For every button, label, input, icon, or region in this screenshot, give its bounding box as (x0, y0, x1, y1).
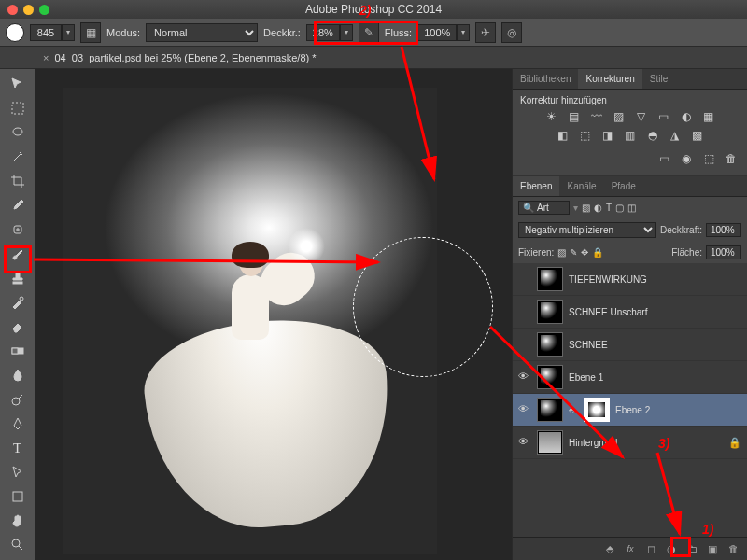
layer-row[interactable]: TIEFENWIRKUNG (513, 263, 747, 296)
fill-field[interactable]: 100% (706, 245, 741, 259)
layer-name[interactable]: SCHNEE Unscharf (569, 307, 647, 317)
lock-position-icon[interactable]: ✥ (581, 247, 588, 258)
fx-icon[interactable]: fx (622, 541, 639, 556)
dodge-tool[interactable] (6, 388, 30, 411)
blend-mode-layer-select[interactable]: Negativ multiplizieren (518, 222, 656, 238)
adj-trash-icon[interactable]: 🗑 (723, 151, 740, 166)
layer-filter[interactable]: 🔍 (518, 201, 570, 215)
visibility-icon[interactable]: 👁 (518, 436, 531, 449)
adj-footer-3[interactable]: ⬚ (700, 151, 717, 166)
delete-layer-icon[interactable]: 🗑 (725, 541, 741, 556)
pen-tool[interactable] (6, 413, 30, 435)
pressure-opacity-icon[interactable]: ✎ (359, 22, 379, 43)
adj-vibrance-icon[interactable]: ▽ (633, 109, 650, 124)
layer-thumb[interactable] (537, 300, 563, 324)
adj-brightness-icon[interactable]: ☀ (543, 109, 560, 124)
path-select-tool[interactable] (6, 461, 30, 483)
filter-type-icon[interactable]: T (606, 203, 612, 213)
layer-thumb[interactable] (537, 267, 563, 291)
close-tab-icon[interactable]: × (43, 52, 49, 63)
layer-thumb[interactable] (537, 365, 563, 389)
flow-dropdown[interactable] (457, 24, 470, 41)
brush-preview[interactable] (6, 23, 24, 42)
airbrush-icon[interactable]: ✈ (475, 22, 496, 43)
hand-tool[interactable] (6, 510, 30, 532)
adj-threshold-icon[interactable]: ◓ (644, 128, 661, 143)
tab-channels[interactable]: Kanäle (559, 176, 603, 196)
mask-thumb[interactable] (584, 398, 610, 422)
layer-opacity-field[interactable]: 100% (706, 223, 741, 237)
visibility-icon[interactable] (518, 305, 531, 318)
lock-paint-icon[interactable]: ✎ (570, 247, 577, 258)
adj-hue-icon[interactable]: ▭ (655, 109, 672, 124)
tab-paths[interactable]: Pfade (604, 176, 643, 196)
tab-adjustments[interactable]: Korrekturen (578, 69, 641, 89)
brush-size-field[interactable]: 845 (30, 24, 62, 41)
adj-lookup-icon[interactable]: ⬚ (577, 128, 594, 143)
layer-row[interactable]: 👁Hintergrund🔒 (513, 427, 747, 459)
layer-thumb[interactable] (537, 398, 563, 422)
new-layer-icon[interactable]: ▣ (704, 541, 721, 556)
adj-exposure-icon[interactable]: ▨ (611, 109, 627, 124)
mask-link-icon[interactable]: ⬘ (569, 405, 578, 414)
adj-photo-filter-icon[interactable]: ▦ (700, 109, 717, 124)
adj-selective-icon[interactable]: ▩ (689, 128, 706, 143)
flow-field[interactable]: 100% (417, 24, 457, 41)
adjustment-layer-icon[interactable]: ◑ (663, 541, 680, 556)
adj-bw-icon[interactable]: ◐ (678, 109, 695, 124)
filter-adjust-icon[interactable]: ◐ (594, 203, 602, 213)
adj-mixer-icon[interactable]: ◧ (555, 128, 571, 143)
tab-layers[interactable]: Ebenen (513, 176, 559, 196)
canvas[interactable] (35, 69, 512, 560)
lock-all-icon[interactable]: 🔒 (592, 247, 603, 258)
marquee-tool[interactable] (6, 97, 30, 119)
wand-tool[interactable] (6, 146, 30, 168)
blend-mode-select[interactable]: Normal (146, 23, 258, 42)
blur-tool[interactable] (6, 364, 30, 386)
layer-name[interactable]: Ebene 2 (615, 405, 650, 415)
tab-libraries[interactable]: Bibliotheken (513, 69, 578, 89)
layer-row[interactable]: SCHNEE Unscharf (513, 296, 747, 329)
zoom-tool[interactable] (6, 534, 30, 556)
opacity-dropdown[interactable] (340, 24, 353, 41)
layer-thumb[interactable] (537, 430, 563, 455)
zoom-window[interactable] (39, 5, 49, 15)
layer-row[interactable]: 👁Ebene 1 (513, 361, 747, 394)
layer-filter-input[interactable] (537, 203, 565, 213)
visibility-icon[interactable]: 👁 (518, 403, 531, 416)
add-mask-icon[interactable]: ◻ (642, 541, 659, 556)
visibility-icon[interactable] (518, 338, 531, 351)
crop-tool[interactable] (6, 170, 30, 192)
lock-transparent-icon[interactable]: ▨ (557, 247, 566, 258)
adj-curves-icon[interactable]: 〰 (588, 109, 605, 124)
close-window[interactable] (7, 5, 18, 15)
layer-thumb[interactable] (537, 332, 563, 357)
move-tool[interactable] (6, 73, 30, 95)
tab-styles[interactable]: Stile (642, 69, 675, 89)
adj-footer-1[interactable]: ▭ (655, 151, 672, 166)
group-icon[interactable]: 🗀 (684, 541, 700, 556)
brush-tool[interactable] (6, 243, 30, 265)
eyedropper-tool[interactable] (6, 194, 30, 217)
brush-size-dropdown[interactable] (62, 24, 75, 41)
visibility-icon[interactable] (518, 273, 531, 286)
adj-posterize-icon[interactable]: ▥ (622, 128, 639, 143)
opacity-field[interactable]: 28% (306, 24, 340, 41)
layer-row[interactable]: SCHNEE (513, 329, 747, 361)
link-layers-icon[interactable]: ⬘ (601, 541, 618, 556)
eraser-tool[interactable] (6, 315, 30, 338)
adj-gradient-icon[interactable]: ◮ (667, 128, 684, 143)
filter-smart-icon[interactable]: ◫ (627, 203, 636, 213)
stamp-tool[interactable] (6, 267, 30, 289)
visibility-icon[interactable]: 👁 (518, 371, 531, 384)
filter-pixel-icon[interactable]: ▧ (582, 203, 590, 213)
shape-tool[interactable] (6, 485, 30, 508)
type-tool[interactable]: T (6, 437, 30, 459)
brush-panel-toggle[interactable]: ▦ (80, 22, 101, 43)
lasso-tool[interactable] (6, 121, 30, 144)
layer-row[interactable]: 👁⬘Ebene 2 (513, 394, 747, 427)
adj-footer-2[interactable]: ◉ (678, 151, 695, 166)
layer-name[interactable]: TIEFENWIRKUNG (569, 274, 647, 285)
minimize-window[interactable] (23, 5, 34, 15)
layer-name[interactable]: Hintergrund (569, 438, 617, 448)
